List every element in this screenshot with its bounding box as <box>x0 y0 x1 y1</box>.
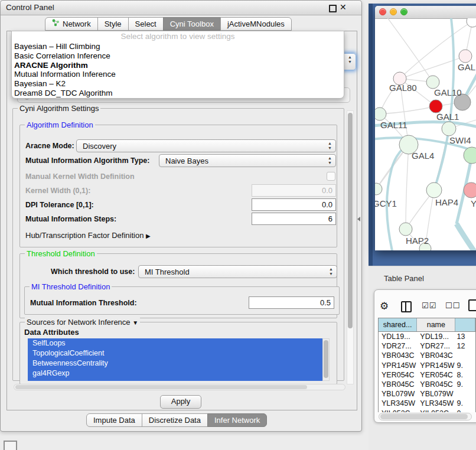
table-settings-gear-icon[interactable]: ⚙ <box>380 300 389 312</box>
tab-label: Cyni Toolbox <box>170 17 214 31</box>
table-cell: 0 <box>456 409 475 413</box>
mi-threshold-field[interactable]: 0.5 <box>249 296 334 309</box>
table-cell: YDL19... <box>379 332 417 341</box>
algorithm-option[interactable]: ARACNE Algorithm <box>12 61 344 70</box>
network-node-y[interactable] <box>464 182 476 198</box>
manual-kernel-checkbox[interactable] <box>327 172 335 181</box>
table-row[interactable]: YDR27...YDR27...12 <box>379 341 475 351</box>
panel-splitter-handle[interactable] <box>357 217 360 221</box>
attributes-scrollbar[interactable] <box>322 338 330 381</box>
table-row[interactable]: YBR043CYBR043C <box>379 351 475 360</box>
node-label-gcy1: GCY1 <box>375 198 397 208</box>
export-table-icon[interactable] <box>468 299 476 311</box>
tab-infer-network[interactable]: Infer Network <box>207 413 267 427</box>
table-cell: YER054C <box>417 370 455 380</box>
apply-button[interactable]: Apply <box>160 395 201 409</box>
mi-threshold-title: MI Threshold Definition <box>30 282 112 291</box>
algorithm-option[interactable]: Bayesian – K2 <box>12 79 344 89</box>
table-cell <box>456 351 475 360</box>
table-row[interactable]: YDL19...YDL19...13 <box>379 332 475 341</box>
tab-discretize-data[interactable]: Discretize Data <box>142 413 208 427</box>
attributes-scrollbar-thumb[interactable] <box>324 340 328 378</box>
attribute-item[interactable]: TopologicalCoefficient <box>28 348 322 358</box>
mi-threshold-label: Mutual Information Threshold: <box>30 299 137 307</box>
aracne-mode-combo[interactable]: Discovery ▲▼ <box>76 139 336 152</box>
algorithm-dropdown-list: Select algorithm to view settings Bayesi… <box>11 31 344 99</box>
network-node-labels: GALGAL80GAL10GAL1GAL11SWI4GAL4GCY1HAP4YH… <box>375 62 476 246</box>
column-header-name[interactable]: name <box>417 318 455 331</box>
which-threshold-combo[interactable]: MI Threshold ▲▼ <box>138 265 337 278</box>
table-horizontal-scrollbar[interactable] <box>379 413 472 420</box>
algorithm-option[interactable]: Basic Correlation Inference <box>12 51 344 61</box>
node-table: shared...name YDL19...YDL19...13YDR27...… <box>378 318 476 412</box>
network-node-hap2[interactable] <box>399 223 412 236</box>
mi-type-combo[interactable]: Naive Bayes ▲▼ <box>159 154 336 167</box>
sources-title[interactable]: Sources for Network Inference ▼ <box>25 318 140 327</box>
table-row[interactable]: YER054CYER054C8. <box>379 370 475 380</box>
tab-network[interactable]: Network <box>45 17 98 31</box>
attribute-item[interactable]: SelfLoops <box>28 338 322 348</box>
algorithm-definition-title: Algorithm Definition <box>25 120 95 129</box>
hub-section-label: Hub/Transcription Factor Definition <box>25 231 144 240</box>
node-label-hap2: HAP2 <box>406 236 429 246</box>
attribute-item[interactable]: BetweennessCentrality <box>28 358 322 369</box>
network-node-hap4[interactable] <box>426 182 442 198</box>
table-horizontal-scrollbar-thumb[interactable] <box>380 414 468 419</box>
show-columns-icon[interactable] <box>401 301 412 312</box>
tab-jactivemnodules[interactable]: jActiveMNodules <box>220 17 292 31</box>
sources-title-text: Sources for Network Inference <box>27 318 131 327</box>
table-cell: 13 <box>456 332 475 341</box>
network-node-gal10[interactable] <box>426 76 439 89</box>
tab-style[interactable]: Style <box>97 17 129 31</box>
network-canvas[interactable]: GALGAL80GAL10GAL1GAL11SWI4GAL4GCY1HAP4YH… <box>375 18 476 250</box>
close-traffic-light[interactable] <box>379 8 386 15</box>
deselect-all-columns-icon[interactable]: ☐☐ <box>445 301 460 310</box>
minimized-window-icon[interactable] <box>4 441 17 450</box>
tab-impute-data[interactable]: Impute Data <box>86 413 142 427</box>
column-header-extra[interactable] <box>455 318 475 331</box>
mi-steps-field[interactable]: 6 <box>252 213 336 225</box>
network-node-swi4[interactable] <box>442 122 456 136</box>
network-node-gcy1[interactable] <box>375 183 382 195</box>
table-cell: YDL19... <box>417 332 455 341</box>
table-row[interactable]: YBL079WYBL079W <box>379 389 475 399</box>
attribute-item[interactable]: gal4RGexp <box>28 369 322 379</box>
tab-select[interactable]: Select <box>128 17 164 31</box>
which-threshold-label: Which threshold to use: <box>51 268 135 276</box>
bottom-tab-strip: Impute DataDiscretize DataInfer Network <box>86 413 267 427</box>
table-row[interactable]: YPR145WYPR145W9. <box>379 361 475 370</box>
table-cell: YBL079W <box>417 389 455 399</box>
settings-vertical-scrollbar[interactable] <box>347 110 354 384</box>
network-node-gal1[interactable] <box>429 100 442 113</box>
zoom-traffic-light[interactable] <box>400 8 407 15</box>
column-header-shared[interactable]: shared... <box>379 318 417 331</box>
settings-vertical-scrollbar-thumb[interactable] <box>348 113 353 328</box>
tab-cyni-toolbox[interactable]: Cyni Toolbox <box>163 17 221 31</box>
settings-horizontal-scrollbar[interactable] <box>14 384 345 390</box>
node-label-gal1: GAL1 <box>436 112 459 122</box>
network-node[interactable] <box>464 147 476 164</box>
cyni-settings-title: Cyni Algorithm Settings <box>18 104 100 113</box>
close-icon[interactable]: ✕ <box>340 2 347 12</box>
dropdown-prompt: Select algorithm to view settings <box>12 31 344 42</box>
float-window-icon[interactable] <box>329 5 337 12</box>
algorithm-option[interactable]: Bayesian – Hill Climbing <box>12 42 344 51</box>
tab-label: Network <box>63 17 91 31</box>
table-row[interactable]: YBR045CYBR045C9. <box>379 380 475 389</box>
dpi-tolerance-field[interactable]: 0.0 <box>252 198 336 211</box>
table-cell: YIL052C <box>417 409 455 413</box>
combo-arrows-icon: ▲▼ <box>348 55 352 64</box>
algorithm-option[interactable]: Mutual Information Inference <box>12 70 344 79</box>
settings-horizontal-scrollbar-thumb[interactable] <box>15 385 307 389</box>
minimize-traffic-light[interactable] <box>390 8 397 15</box>
table-row[interactable]: YLR345WYLR345W9. <box>379 399 475 408</box>
hub-section-toggle[interactable]: Hub/Transcription Factor Definition ▶ <box>25 231 151 240</box>
network-node-gal11[interactable] <box>375 107 386 120</box>
network-icon <box>52 17 60 31</box>
table-row[interactable]: YIL052CYIL052C0 <box>379 409 475 413</box>
network-node[interactable] <box>467 18 476 27</box>
select-all-columns-icon[interactable]: ☑☑ <box>422 301 436 310</box>
table-cell: YPR145W <box>417 361 455 370</box>
network-node-gal[interactable] <box>459 50 472 63</box>
algorithm-option[interactable]: Dream8 DC_TDC Algorithm <box>12 89 344 98</box>
